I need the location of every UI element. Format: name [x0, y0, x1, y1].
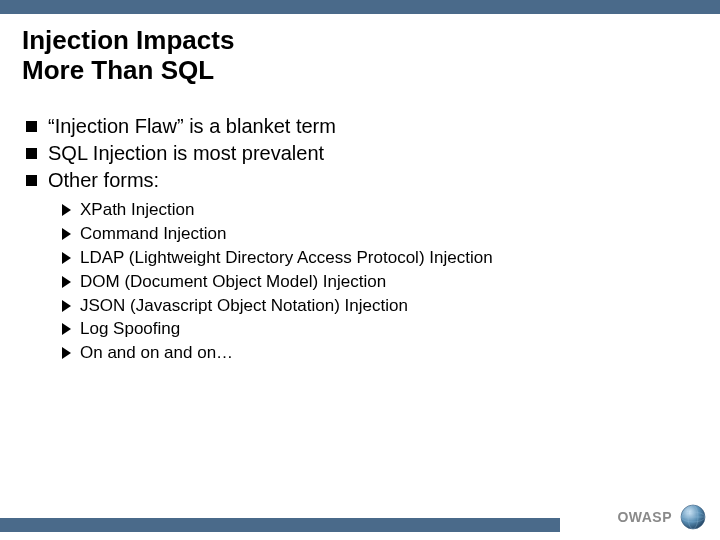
sub-bullet-item: DOM (Document Object Model) Injection [62, 271, 698, 294]
title-line-1: Injection Impacts [22, 25, 234, 55]
bullet-text: Other forms: [48, 169, 159, 191]
footer-brand: OWASP [617, 504, 706, 530]
sub-bullet-list: XPath Injection Command Injection LDAP (… [62, 199, 698, 366]
owasp-globe-icon [680, 504, 706, 530]
sub-bullet-item: LDAP (Lightweight Directory Access Proto… [62, 247, 698, 270]
sub-bullet-text: On and on and on… [80, 343, 233, 362]
bullet-item: Other forms: [26, 168, 698, 193]
sub-bullet-text: Command Injection [80, 224, 226, 243]
bullet-text: SQL Injection is most prevalent [48, 142, 324, 164]
top-accent-bar [0, 0, 720, 14]
sub-bullet-item: Command Injection [62, 223, 698, 246]
sub-bullet-item: XPath Injection [62, 199, 698, 222]
main-bullet-list: “Injection Flaw” is a blanket term SQL I… [26, 114, 698, 193]
sub-bullet-text: XPath Injection [80, 200, 194, 219]
sub-bullet-text: Log Spoofing [80, 319, 180, 338]
slide-title: Injection Impacts More Than SQL [22, 26, 698, 86]
slide-content: Injection Impacts More Than SQL “Injecti… [0, 14, 720, 365]
sub-bullet-item: JSON (Javascript Object Notation) Inject… [62, 295, 698, 318]
footer-label: OWASP [617, 509, 672, 525]
sub-bullet-text: DOM (Document Object Model) Injection [80, 272, 386, 291]
slide-footer: OWASP [0, 496, 720, 540]
sub-bullet-text: LDAP (Lightweight Directory Access Proto… [80, 248, 493, 267]
footer-accent-bar [0, 518, 560, 532]
bullet-item: SQL Injection is most prevalent [26, 141, 698, 166]
sub-bullet-text: JSON (Javascript Object Notation) Inject… [80, 296, 408, 315]
sub-bullet-item: Log Spoofing [62, 318, 698, 341]
title-line-2: More Than SQL [22, 55, 214, 85]
bullet-text: “Injection Flaw” is a blanket term [48, 115, 336, 137]
sub-bullet-item: On and on and on… [62, 342, 698, 365]
bullet-item: “Injection Flaw” is a blanket term [26, 114, 698, 139]
